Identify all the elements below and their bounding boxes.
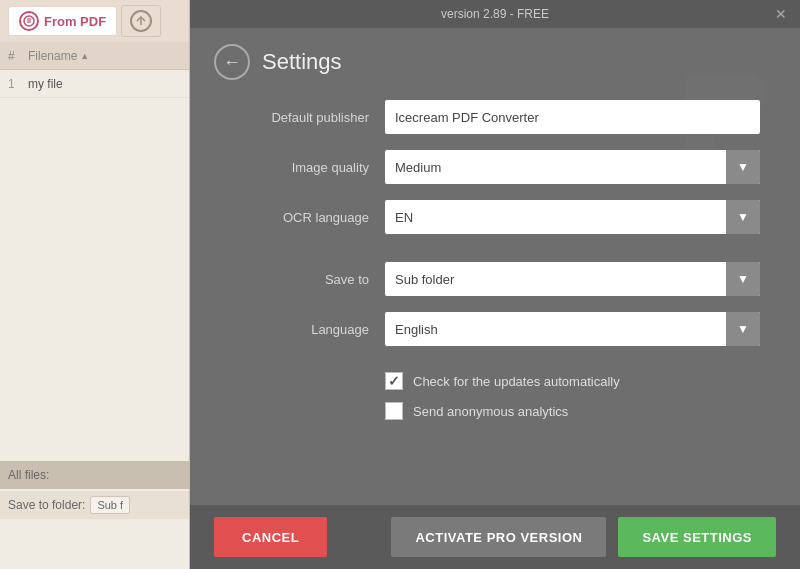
table-row: 1 my file — [0, 70, 189, 98]
ocr-language-select[interactable]: EN ▼ — [385, 200, 760, 234]
row-filename: my file — [28, 77, 181, 91]
settings-footer: CANCEL ACTIVATE PRO VERSION SAVE SETTING… — [190, 505, 800, 569]
default-publisher-label: Default publisher — [230, 110, 385, 125]
save-to-bar: Save to folder: Sub f — [0, 491, 189, 519]
divider-1 — [230, 242, 760, 254]
analytics-checkbox[interactable] — [385, 402, 403, 420]
left-panel: From PDF # Filename ▲ 1 my file All file… — [0, 0, 190, 569]
title-bar: version 2.89 - FREE ✕ — [190, 0, 800, 28]
close-button[interactable]: ✕ — [772, 5, 790, 23]
divider-2 — [230, 354, 760, 366]
language-label: Language — [230, 322, 385, 337]
language-row: Language English ▼ — [230, 304, 760, 354]
convert-button[interactable] — [121, 5, 161, 37]
settings-title: Settings — [262, 49, 342, 75]
ocr-language-row: OCR language EN ▼ — [230, 192, 760, 242]
image-quality-label: Image quality — [230, 160, 385, 175]
all-files-bar: All files: — [0, 461, 189, 489]
analytics-label: Send anonymous analytics — [413, 404, 568, 419]
activate-pro-button[interactable]: ACTIVATE PRO VERSION — [391, 517, 606, 557]
save-settings-button[interactable]: SAVE SETTINGS — [618, 517, 776, 557]
image-quality-arrow: ▼ — [726, 150, 760, 184]
save-to-row: Save to Sub folder ▼ — [230, 254, 760, 304]
back-button[interactable]: ← — [214, 44, 250, 80]
settings-content: Default publisher Image quality Medium ▼… — [190, 92, 800, 505]
updates-checkmark: ✓ — [388, 373, 400, 389]
from-pdf-label: From PDF — [44, 14, 106, 29]
save-to-arrow: ▼ — [726, 262, 760, 296]
file-table-header: # Filename ▲ — [0, 42, 189, 70]
from-pdf-icon — [19, 11, 39, 31]
ocr-language-arrow: ▼ — [726, 200, 760, 234]
updates-checkbox[interactable]: ✓ — [385, 372, 403, 390]
settings-dialog: version 2.89 - FREE ✕ ← Settings Default… — [190, 0, 800, 569]
col-num-header: # — [8, 49, 28, 63]
language-arrow: ▼ — [726, 312, 760, 346]
updates-checkbox-row: ✓ Check for the updates automatically — [230, 366, 760, 396]
updates-label: Check for the updates automatically — [413, 374, 620, 389]
image-quality-select[interactable]: Medium ▼ — [385, 150, 760, 184]
analytics-checkbox-row: Send anonymous analytics — [230, 396, 760, 426]
save-to-label: Save to — [230, 272, 385, 287]
language-select[interactable]: English ▼ — [385, 312, 760, 346]
ocr-language-label: OCR language — [230, 210, 385, 225]
app-version: version 2.89 - FREE — [441, 7, 549, 21]
toolbar: From PDF — [0, 0, 189, 42]
from-pdf-button[interactable]: From PDF — [8, 6, 117, 36]
svg-rect-1 — [27, 18, 31, 23]
save-to-select[interactable]: Sub folder ▼ — [385, 262, 760, 296]
convert-icon — [130, 10, 152, 32]
cancel-button[interactable]: CANCEL — [214, 517, 327, 557]
col-name-header: Filename ▲ — [28, 49, 181, 63]
save-to-value: Sub f — [90, 496, 130, 514]
row-num: 1 — [8, 77, 28, 91]
